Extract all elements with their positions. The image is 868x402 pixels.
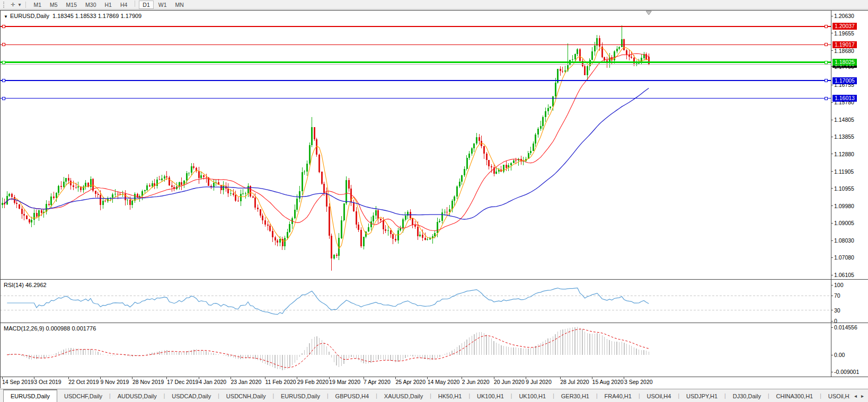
date-tick-label: 17 Dec 2019 <box>167 379 199 385</box>
date-tick-label: 9 Jul 2020 <box>526 379 551 385</box>
price-tick-label: 1.13855 <box>834 133 854 140</box>
rsi-tick-label: 30 <box>834 307 840 314</box>
chart-tab-usdchf-daily[interactable]: USDCHF,Daily <box>57 389 109 402</box>
tab-scroll-arrows: ◂ ▸ <box>850 389 868 402</box>
chart-tab-dj30-daily[interactable]: DJ30,Daily <box>726 389 768 402</box>
chart-title: ▼EURUSD,Daily 1.18345 1.18533 1.17869 1.… <box>4 13 141 19</box>
date-tick-label: 19 Mar 2020 <box>329 379 360 385</box>
price-tick-label: 1.14805 <box>834 117 854 123</box>
price-tick-label: 1.19655 <box>834 30 854 37</box>
chart-tab-usdcad-daily[interactable]: USDCAD,Daily <box>165 389 218 402</box>
date-tick-label: 7 Apr 2020 <box>364 379 391 385</box>
hline-price-label: 1.20037 <box>832 23 857 30</box>
chart-tab-xauusd-daily[interactable]: XAUUSD,Daily <box>377 389 430 402</box>
hline-price-label: 1.17005 <box>832 77 857 84</box>
chart-tab-ger30-h1[interactable]: GER30,H1 <box>554 389 596 402</box>
tab-scroll-right-icon[interactable]: ▸ <box>861 393 864 399</box>
price-tick-label: 1.08030 <box>834 237 854 244</box>
macd-tick-label: 0.00 <box>834 352 845 358</box>
date-tick-label: 25 Apr 2020 <box>395 379 426 385</box>
macd-tick-label: 0.014556 <box>834 324 857 330</box>
date-tick-label: 15 Aug 2020 <box>592 379 624 385</box>
chart-tab-eurusd-daily[interactable]: EURUSD,Daily <box>274 389 327 402</box>
chart-tab-fra40-h1[interactable]: FRA40,H1 <box>598 389 639 402</box>
price-tick-label: 1.20630 <box>834 13 854 19</box>
hline-price-label: 1.16013 <box>832 95 857 102</box>
chart-tab-uk100-h1[interactable]: UK100,H1 <box>512 389 553 402</box>
chart-tab-usdjpy-h1[interactable]: USDJPY,H1 <box>679 389 724 402</box>
date-tick-label: 28 Nov 2019 <box>132 379 164 385</box>
price-tick-label: 1.07080 <box>834 254 854 261</box>
rsi-tick-label: 100 <box>834 282 844 288</box>
chart-tab-eurusd-daily[interactable]: EURUSD,Daily <box>3 389 57 402</box>
date-tick-label: 23 Jan 2020 <box>231 379 262 385</box>
rsi-tick-label: 0 <box>834 318 837 324</box>
chart-canvas[interactable] <box>0 0 868 402</box>
macd-tick-label: -0.009001 <box>834 369 859 375</box>
date-tick-label: 22 Oct 2019 <box>68 379 99 385</box>
chart-tab-china300-h1[interactable]: CHINA300,H1 <box>769 389 820 402</box>
price-tick-label: 1.12880 <box>834 151 854 157</box>
price-tick-label: 1.10955 <box>834 185 854 192</box>
chart-tabs: EURUSD,DailyUSDCHF,Daily|AUDUSD,Daily|US… <box>0 389 850 402</box>
chart-tab-hk50-h1[interactable]: HK50,H1 <box>431 389 469 402</box>
hline-price-label: 1.19017 <box>832 41 857 48</box>
date-tick-label: 11 Feb 2020 <box>265 379 296 385</box>
chart-tab-uk100-h1[interactable]: UK100,H1 <box>470 389 511 402</box>
chart-tab-usoil-h1[interactable]: USOil,H1 <box>821 389 850 402</box>
date-tick-label: 4 Jan 2020 <box>199 379 226 385</box>
chart-symbol-label: EURUSD,Daily <box>10 13 49 19</box>
date-tick-label: 20 Jun 2020 <box>494 379 525 385</box>
date-tick-label: 28 Jul 2020 <box>560 379 589 385</box>
chart-tab-audusd-daily[interactable]: AUDUSD,Daily <box>111 389 164 402</box>
date-tick-label: 14 Sep 2019 <box>2 379 34 385</box>
date-tick-label: 29 Feb 2020 <box>297 379 329 385</box>
chart-tabs-bar: EURUSD,DailyUSDCHF,Daily|AUDUSD,Daily|US… <box>0 389 868 402</box>
chart-menu-icon[interactable]: ▼ <box>4 14 8 19</box>
date-tick-label: 2 Jun 2020 <box>462 379 490 385</box>
date-tick-label: 3 Oct 2019 <box>34 379 61 385</box>
rsi-tick-label: 70 <box>834 292 840 299</box>
price-tick-label: 1.18680 <box>834 48 854 54</box>
price-tick-label: 1.09005 <box>834 220 854 226</box>
chart-tab-gbpusd-h4[interactable]: GBPUSD,H4 <box>329 389 376 402</box>
tab-scroll-left-icon[interactable]: ◂ <box>854 393 857 399</box>
price-tick-label: 1.09980 <box>834 203 854 209</box>
date-tick-label: 3 Sep 2020 <box>624 379 653 385</box>
chart-tab-usdcnh-daily[interactable]: USDCNH,Daily <box>219 389 273 402</box>
price-tick-label: 1.06105 <box>834 272 854 278</box>
price-tick-label: 1.11905 <box>834 168 854 175</box>
date-tick-label: 14 May 2020 <box>428 379 460 385</box>
hline-price-label: 1.18025 <box>832 59 857 66</box>
chart-ohlc-values: 1.18345 1.18533 1.17869 1.17909 <box>52 13 141 19</box>
macd-indicator-label: MACD(12,26,9) 0.000988 0.001776 <box>4 325 96 332</box>
rsi-indicator-label: RSI(14) 46.2962 <box>4 282 47 288</box>
chart-tab-usoil-h4[interactable]: USOil,H4 <box>640 389 678 402</box>
mt4-window: ✛ ▾ M1M5M15M30H1H4D1W1MN ▼EURUSD,Daily 1… <box>0 0 868 402</box>
date-tick-label: 9 Nov 2019 <box>101 379 129 385</box>
